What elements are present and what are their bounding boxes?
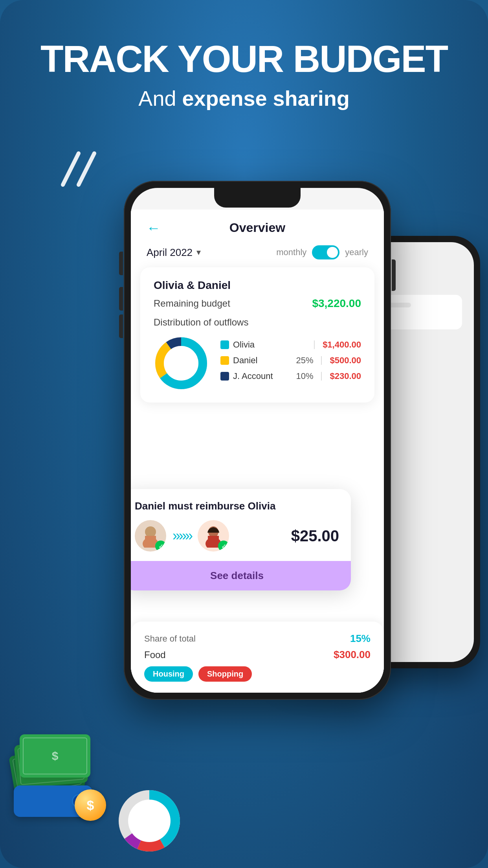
screen-content: ← Overview April 2022 ▾ monthly yearly: [131, 210, 384, 693]
share-row: Share of total 15%: [144, 633, 371, 645]
coin-icon: $: [75, 789, 106, 821]
tag-row: Housing Shopping: [144, 666, 371, 682]
back-button[interactable]: ←: [147, 220, 161, 236]
main-title: TRACK YOUR BUDGET: [0, 39, 488, 79]
reimburse-card: Daniel must reimburse Olivia: [131, 489, 351, 590]
period-bar: April 2022 ▾ monthly yearly: [131, 241, 384, 267]
svg-rect-7: [145, 536, 156, 540]
see-details-button[interactable]: See details: [131, 561, 351, 590]
daniel-badge: ✓: [155, 541, 166, 552]
monthly-label: monthly: [276, 247, 306, 257]
legend-olivia: Olivia $1,400.00: [220, 340, 361, 350]
period-toggle-switch[interactable]: [312, 245, 339, 259]
period-label: April 2022: [147, 246, 193, 259]
bill-front: $: [20, 734, 90, 778]
svg-point-4: [164, 346, 198, 381]
daniel-name: Daniel: [233, 355, 292, 366]
phone-main: ← Overview April 2022 ▾ monthly yearly: [124, 181, 391, 700]
jaccount-color-dot: [220, 372, 229, 381]
olivia-name: Olivia: [233, 340, 310, 350]
divider: [321, 356, 322, 365]
donut-chart: [154, 336, 209, 391]
period-selector[interactable]: April 2022 ▾: [147, 246, 201, 259]
daniel-pct: 25%: [296, 355, 313, 366]
daniel-avatar: ✓: [135, 520, 166, 552]
budget-card: Olivia & Daniel Remaining budget $3,220.…: [140, 267, 374, 403]
subtitle-bold: expense sharing: [182, 86, 349, 110]
phone-screen: ← Overview April 2022 ▾ monthly yearly: [131, 188, 384, 693]
subtitle-plain: And: [138, 86, 182, 110]
avatars-row: ✓ »»»: [135, 520, 229, 552]
phone-frame: ← Overview April 2022 ▾ monthly yearly: [124, 181, 391, 700]
olivia-badge: ✓: [218, 541, 229, 552]
phone-notch: [214, 188, 301, 208]
svg-point-5: [145, 526, 156, 537]
bottom-donut-decoration: [118, 789, 181, 852]
share-pct: 15%: [350, 633, 371, 645]
reimburse-amount: $25.00: [291, 527, 339, 545]
period-dropdown-icon: ▾: [196, 247, 201, 257]
budget-card-title: Olivia & Daniel: [154, 279, 361, 292]
decorative-icons: $ $ $: [12, 738, 98, 817]
jaccount-pct: 10%: [296, 371, 313, 381]
chart-legend: Olivia $1,400.00 Daniel 25% $500.00: [220, 340, 361, 387]
reimburse-row: ✓ »»»: [135, 520, 339, 552]
olivia-amount: $1,400.00: [323, 340, 361, 350]
nav-bar: ← Overview: [131, 210, 384, 241]
reimburse-title: Daniel must reimburse Olivia: [135, 500, 339, 512]
food-row: Food $300.00: [144, 649, 371, 661]
jaccount-name: J. Account: [233, 371, 292, 381]
subtitle: And expense sharing: [0, 86, 488, 110]
header-section: TRACK YOUR BUDGET And expense sharing: [0, 39, 488, 110]
distribution-label: Distribution of outflows: [154, 317, 361, 328]
view-toggle-group: monthly yearly: [276, 245, 368, 259]
olivia-color-dot: [220, 340, 229, 349]
legend-jaccount: J. Account 10% $230.00: [220, 371, 361, 381]
divider: [314, 340, 315, 349]
jaccount-amount: $230.00: [330, 371, 361, 381]
slash-decoration: [51, 145, 122, 194]
food-amount: $300.00: [334, 649, 371, 661]
daniel-amount: $500.00: [330, 355, 361, 366]
remaining-label: Remaining budget: [154, 298, 230, 309]
svg-point-15: [128, 800, 171, 842]
reimburse-body: Daniel must reimburse Olivia: [131, 489, 351, 561]
transfer-arrows-icon: »»»: [172, 528, 191, 544]
shopping-tag[interactable]: Shopping: [198, 666, 252, 682]
divider: [321, 372, 322, 381]
yearly-label: yearly: [345, 247, 368, 257]
housing-tag[interactable]: Housing: [144, 666, 193, 682]
remaining-amount: $3,220.00: [312, 297, 361, 310]
legend-daniel: Daniel 25% $500.00: [220, 355, 361, 366]
remaining-budget-row: Remaining budget $3,220.00: [154, 297, 361, 310]
svg-rect-10: [208, 536, 219, 540]
olivia-avatar: ✓: [198, 520, 229, 552]
bottom-card: Share of total 15% Food $300.00 Housing …: [131, 622, 384, 693]
share-label: Share of total: [144, 634, 196, 644]
chart-area: Olivia $1,400.00 Daniel 25% $500.00: [154, 336, 361, 391]
daniel-color-dot: [220, 356, 229, 365]
food-label: Food: [144, 649, 166, 660]
nav-title: Overview: [229, 221, 285, 235]
